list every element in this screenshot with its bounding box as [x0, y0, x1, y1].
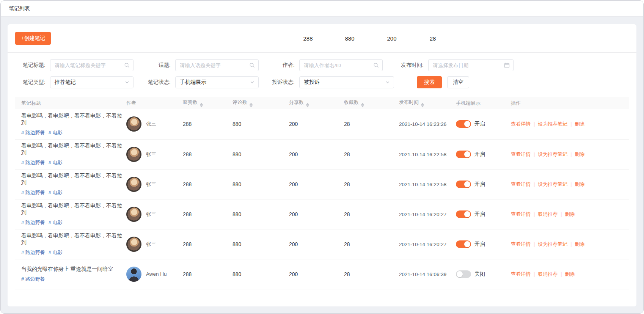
complaint-status-select[interactable]: 被投诉 [299, 76, 394, 88]
note-tag[interactable]: # 电影 [49, 130, 63, 135]
column-header[interactable]: 评论数 [232, 97, 289, 109]
note-tag[interactable]: # 电影 [49, 250, 63, 255]
favorites-count: 28 [344, 139, 399, 169]
column-label: 发布时间 [399, 99, 419, 105]
mobile-display-toggle[interactable] [456, 120, 471, 128]
app-window: 笔记列表 +创建笔记 288 880 200 28 笔记标题: [0, 0, 644, 314]
sort-caret-icon[interactable] [306, 103, 309, 107]
favorites-count: 28 [344, 259, 399, 289]
column-header: 操作 [511, 97, 629, 109]
mobile-display-toggle[interactable] [456, 270, 471, 278]
publish-date-input[interactable] [428, 59, 514, 71]
author-input[interactable] [299, 59, 383, 71]
author-name: 张三 [146, 241, 156, 248]
filter-author: 作者: [274, 59, 383, 71]
note-tag[interactable]: # 电影 [49, 160, 63, 165]
action-separator: | [570, 182, 572, 187]
note-type-select[interactable]: 推荐笔记 [50, 76, 134, 88]
action-link[interactable]: 查看详情 [511, 241, 531, 247]
table-row: 当我的光曝在你身上 重逢就是一间暗室 # 路边野餐 Awen Hu 288 88… [15, 259, 629, 289]
note-tag[interactable]: # 路边野餐 [21, 276, 45, 282]
action-link[interactable]: 删除 [565, 211, 575, 217]
note-tag[interactable]: # 路边野餐 [21, 160, 45, 165]
action-link[interactable]: 查看详情 [511, 211, 531, 217]
toggle-state-label: 开启 [474, 181, 485, 188]
column-header[interactable]: 分享数 [289, 97, 344, 109]
note-tag[interactable]: # 路边野餐 [21, 130, 45, 135]
sort-caret-icon[interactable] [421, 103, 424, 107]
comments-count: 880 [232, 199, 289, 229]
note-title-cell: 当我的光曝在你身上 重逢就是一间暗室 # 路边野餐 [15, 259, 126, 289]
action-link[interactable]: 查看详情 [511, 271, 531, 277]
note-tag[interactable]: # 电影 [49, 190, 63, 195]
action-link[interactable]: 删除 [575, 181, 584, 187]
shares-count: 200 [289, 109, 344, 139]
mobile-display-cell: 开启 [456, 229, 511, 259]
note-tag[interactable]: # 路边野餐 [21, 220, 45, 225]
author-avatar [126, 207, 141, 222]
mobile-display-toggle[interactable] [456, 181, 471, 188]
action-link[interactable]: 删除 [575, 241, 584, 247]
table-row: 看电影吗，看电影吧，看不看电影，不看拉到 # 路边野餐# 电影 张三 288 8… [15, 139, 629, 169]
clear-button[interactable]: 清空 [447, 76, 469, 88]
complaint-status-label: 投诉状态: [268, 79, 295, 86]
action-separator: | [570, 242, 572, 247]
note-tags: # 路边野餐# 电影 [21, 159, 126, 166]
author-name: 张三 [146, 211, 156, 218]
action-link[interactable]: 设为推荐笔记 [538, 241, 567, 247]
action-link[interactable]: 查看详情 [511, 121, 531, 127]
actions-cell: 查看详情|设为推荐笔记|删除 [511, 229, 629, 259]
topic-input[interactable] [175, 59, 259, 71]
comments-count: 880 [232, 139, 289, 169]
sort-caret-icon[interactable] [200, 103, 203, 107]
column-header[interactable]: 收藏数 [344, 97, 399, 109]
action-link[interactable]: 删除 [575, 151, 584, 157]
action-link[interactable]: 设为推荐笔记 [538, 181, 567, 187]
action-link[interactable]: 设为推荐笔记 [538, 121, 567, 127]
author-cell: Awen Hu [126, 259, 183, 289]
comments-count: 880 [232, 169, 289, 199]
search-button[interactable]: 搜索 [417, 76, 442, 88]
action-link[interactable]: 删除 [565, 271, 575, 277]
column-header: 笔记标题 [15, 97, 126, 109]
chevron-down-icon [125, 80, 129, 85]
content-card: +创建笔记 288 880 200 28 笔记标题: 话题: [8, 24, 636, 306]
note-type-value: 推荐笔记 [55, 79, 76, 86]
note-title-cell: 看电影吗，看电影吧，看不看电影，不看拉到 # 路边野餐# 电影 [15, 139, 126, 169]
filter-row-1: 笔记标题: 话题: [15, 59, 629, 71]
action-link[interactable]: 取消推荐 [538, 211, 558, 217]
author-name: 张三 [146, 181, 156, 188]
actions-cell: 查看详情|设为推荐笔记|删除 [511, 109, 629, 139]
action-link[interactable]: 取消推荐 [538, 271, 558, 277]
author-cell: 张三 [126, 109, 183, 139]
author-name: 张三 [146, 151, 156, 158]
likes-count: 288 [183, 109, 232, 139]
action-link[interactable]: 查看详情 [511, 151, 531, 157]
note-tag[interactable]: # 路边野餐 [21, 190, 45, 195]
note-tag[interactable]: # 电影 [49, 220, 63, 225]
note-title-input[interactable] [50, 59, 134, 71]
mobile-display-toggle[interactable] [456, 151, 471, 158]
likes-count: 288 [183, 199, 232, 229]
mobile-display-toggle[interactable] [456, 240, 471, 248]
table-row: 看电影吗，看电影吧，看不看电影，不看拉到 # 路边野餐# 电影 张三 288 8… [15, 169, 629, 199]
note-status-select[interactable]: 手机端展示 [175, 76, 259, 88]
toggle-state-label: 开启 [474, 151, 485, 158]
action-link[interactable]: 设为推荐笔记 [538, 151, 567, 157]
likes-count: 288 [183, 259, 232, 289]
table-row: 看电影吗，看电影吧，看不看电影，不看拉到 # 路边野餐# 电影 张三 288 8… [15, 199, 629, 229]
action-link[interactable]: 删除 [575, 121, 584, 127]
note-tag[interactable]: # 路边野餐 [21, 250, 45, 255]
author-cell: 张三 [126, 229, 183, 259]
column-header[interactable]: 发布时间 [399, 97, 456, 109]
sort-caret-icon[interactable] [250, 103, 253, 107]
mobile-display-toggle[interactable] [456, 210, 471, 218]
sort-caret-icon[interactable] [361, 103, 364, 107]
column-header[interactable]: 获赞数 [183, 97, 232, 109]
create-note-button[interactable]: +创建笔记 [15, 32, 51, 45]
action-link[interactable]: 查看详情 [511, 181, 531, 187]
author-name: Awen Hu [146, 271, 167, 277]
actions-cell: 查看详情|取消推荐|删除 [511, 199, 629, 229]
stat-value-likes: 288 [303, 35, 313, 42]
page-header: 笔记列表 [1, 1, 643, 17]
